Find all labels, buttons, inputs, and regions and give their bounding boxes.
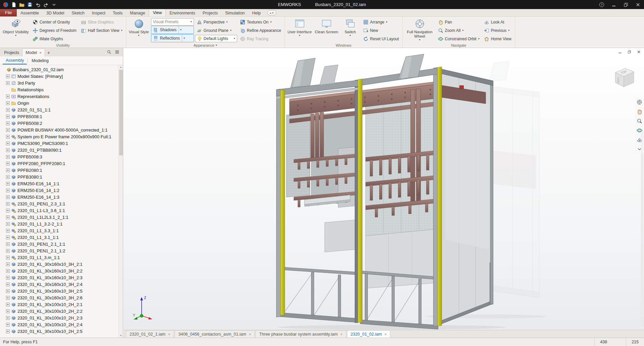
- shadows-dropdown[interactable]: ▾: [179, 26, 182, 34]
- tree-row[interactable]: + PPFB5008:3: [0, 153, 123, 160]
- quick-access-button[interactable]: [26, 1, 33, 8]
- tree-row[interactable]: + 2320_01_KL_30x100x10_2H_2:4: [0, 321, 123, 328]
- tree-row[interactable]: + 2320_01_KL_30x160x10_3H_2:4: [0, 281, 123, 288]
- scrollbar-thumb[interactable]: [119, 70, 123, 155]
- add-panel-button[interactable]: +: [45, 49, 52, 56]
- expand-icon[interactable]: +: [6, 202, 10, 206]
- ribbon-tab[interactable]: 3D Model: [43, 9, 68, 16]
- ribbon-tab[interactable]: Help: [248, 9, 264, 16]
- expand-icon[interactable]: +: [6, 195, 10, 199]
- document-tab[interactable]: 3406_0456_contactors_asm_01.iam ×: [175, 330, 255, 338]
- tree-row[interactable]: + 2320_01_KL_30x160x10_3H_2:5: [0, 288, 123, 294]
- arrange-button[interactable]: Arrange▾: [361, 18, 401, 26]
- tree-row[interactable]: + 2320_01_KL_30x160x10_3H_2:6: [0, 294, 123, 301]
- tree-row[interactable]: + Origin: [0, 100, 123, 106]
- zoom-all-button[interactable]: Zoom All▾: [436, 27, 481, 35]
- tree-row[interactable]: Relationships: [0, 86, 123, 93]
- expand-icon[interactable]: +: [6, 121, 10, 125]
- ribbon-display-toggle[interactable]: ▴▾: [267, 10, 276, 15]
- quick-access-button[interactable]: [10, 1, 17, 8]
- window-control-button[interactable]: [620, 0, 632, 9]
- restore-dark-icon[interactable]: [627, 50, 633, 55]
- tree-row[interactable]: + 2320_01_KL_30x160x10_3H_2:2: [0, 267, 123, 274]
- tree-row[interactable]: + PPFB2080:1: [0, 167, 123, 174]
- tree-row[interactable]: + 2320_01_L1_3.m_1:1: [0, 254, 123, 261]
- scroll-up-icon[interactable]: ▲: [119, 65, 123, 69]
- half-section-view-button[interactable]: Half Section View▾: [79, 27, 124, 35]
- default-lights-combo[interactable]: Default Lights▾: [195, 35, 237, 42]
- tab-projects[interactable]: Projects: [1, 49, 22, 56]
- reset-ui-layout-button[interactable]: Reset UI Layout: [361, 35, 401, 43]
- object-visibility-button[interactable]: Object Visibility ▾: [2, 18, 30, 38]
- perspective-button[interactable]: Perspective▾: [195, 18, 237, 26]
- view-cube[interactable]: TOP LEFT: [612, 65, 637, 90]
- navigation-button[interactable]: [636, 127, 643, 134]
- tree-row[interactable]: + ERM250-E16_14_1:1: [0, 180, 123, 187]
- expand-icon[interactable]: +: [6, 303, 10, 306]
- tree-row[interactable]: + PPFB5008:2: [0, 120, 123, 127]
- tree-row[interactable]: + PMCS3090_PMCS3090:1: [0, 140, 123, 147]
- expand-icon[interactable]: +: [6, 249, 10, 253]
- tree-row[interactable]: + 2320_01_L1_3.2-2_1:1: [0, 220, 123, 227]
- expand-icon[interactable]: +: [6, 262, 10, 266]
- search-icon[interactable]: [107, 50, 112, 55]
- expand-icon[interactable]: +: [6, 209, 10, 212]
- expand-icon[interactable]: +: [6, 162, 10, 165]
- expand-icon[interactable]: +: [6, 222, 10, 226]
- document-tab[interactable]: 2320_01_02_1.iam ×: [126, 330, 174, 338]
- expand-icon[interactable]: +: [6, 289, 10, 293]
- expand-icon[interactable]: +: [6, 323, 10, 327]
- pan-button[interactable]: Pan: [436, 18, 481, 26]
- close-icon[interactable]: ×: [168, 332, 170, 336]
- 3d-model-busbar-cabinets[interactable]: [123, 48, 644, 330]
- tree-row[interactable]: + Representations: [0, 93, 123, 100]
- center-of-gravity-button[interactable]: Center of Gravity: [31, 18, 78, 26]
- tree-row[interactable]: + ERM250-E16_14_1:2: [0, 187, 123, 194]
- scroll-down-icon[interactable]: ▼: [119, 334, 123, 338]
- refine-appearance-button[interactable]: Refine Appearance: [238, 27, 283, 35]
- ribbon-tab[interactable]: Assemble: [17, 9, 43, 16]
- tree-row[interactable]: + 2320_01_L1L2L3.1_2_1:1: [0, 214, 123, 220]
- new-window-button[interactable]: New: [361, 27, 401, 35]
- expand-icon[interactable]: +: [6, 75, 10, 78]
- tree-row[interactable]: + 2320_01_KL_30x160x10_3H_2:3: [0, 274, 123, 281]
- expand-icon[interactable]: +: [6, 236, 10, 239]
- quick-access-button[interactable]: [34, 1, 41, 8]
- viewport-scroll-strip[interactable]: [641, 132, 643, 326]
- expand-icon[interactable]: +: [6, 256, 10, 259]
- tree-row[interactable]: + PFPF2080_PFPF2080:1: [0, 160, 123, 167]
- expand-icon[interactable]: +: [6, 269, 10, 273]
- expand-icon[interactable]: +: [6, 108, 10, 112]
- expand-icon[interactable]: +: [6, 101, 10, 105]
- tree-row[interactable]: + 2320_01_L1-L3_3.6_1:1: [0, 207, 123, 214]
- group-label-appearance[interactable]: Appearance▾: [126, 43, 285, 48]
- reflections-button[interactable]: Reflections▾: [151, 34, 194, 42]
- document-tab[interactable]: Three phase busbar system assembly.iam ×: [255, 330, 346, 338]
- shadows-button[interactable]: Shadows▾: [151, 26, 194, 34]
- tree-row[interactable]: + 2320_01_KL_30x160x10_3H_2:1: [0, 261, 123, 267]
- ribbon-tab[interactable]: Environments: [166, 9, 199, 16]
- expand-icon[interactable]: +: [6, 182, 10, 186]
- quick-access-button[interactable]: [42, 1, 49, 8]
- expand-icon[interactable]: +: [6, 189, 10, 192]
- reflections-dropdown[interactable]: ▾: [182, 35, 185, 42]
- tree-row[interactable]: + 2320_01_L1_3.3_1:1: [0, 227, 123, 234]
- window-control-button[interactable]: [608, 0, 620, 9]
- expand-icon[interactable]: +: [6, 330, 10, 333]
- ground-plane-button[interactable]: Ground Plane▾: [195, 27, 237, 35]
- expand-icon[interactable]: +: [6, 168, 10, 172]
- expand-icon[interactable]: +: [6, 115, 10, 118]
- tree-scrollbar[interactable]: ▲ ▼: [118, 65, 123, 338]
- tree-row[interactable]: + PPFB3080:1: [0, 174, 123, 180]
- expand-icon[interactable]: +: [6, 148, 10, 152]
- ribbon-tab[interactable]: Tools: [109, 9, 126, 16]
- expand-icon[interactable]: +: [6, 229, 10, 233]
- tree-row[interactable]: Busbars_2320_01_02.iam: [0, 66, 123, 73]
- tree-row[interactable]: + 3rd Party: [0, 80, 123, 86]
- expand-icon[interactable]: +: [6, 155, 10, 159]
- ribbon-tab[interactable]: File: [0, 9, 17, 16]
- ribbon-tab[interactable]: Projects: [199, 9, 221, 16]
- imate-glyphs-button[interactable]: iMate Glyphs: [31, 35, 78, 43]
- navigation-button[interactable]: [636, 98, 643, 106]
- user-interface-button[interactable]: User Interface ▾: [287, 18, 313, 38]
